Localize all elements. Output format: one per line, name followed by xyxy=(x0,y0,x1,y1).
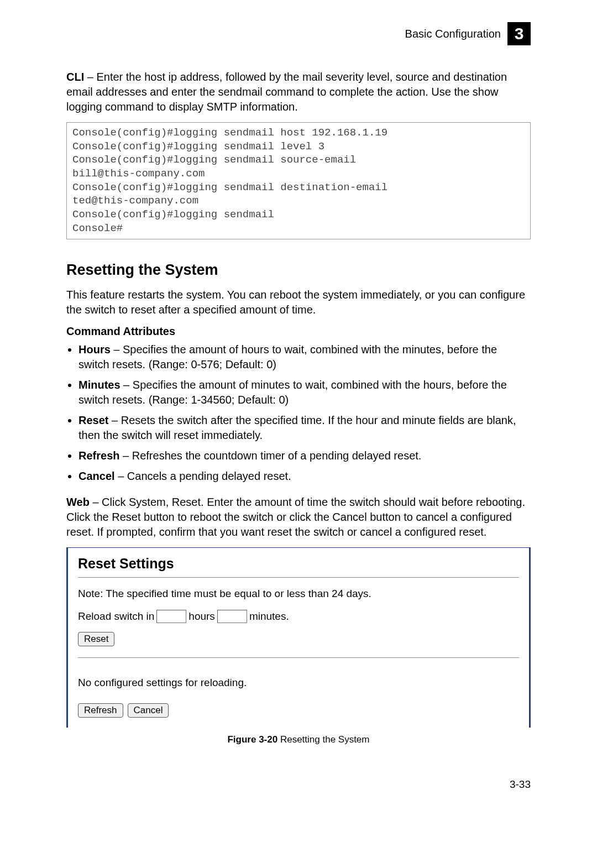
header-text: Basic Configuration xyxy=(405,28,501,40)
list-item: Minutes – Specifies the amount of minute… xyxy=(78,378,531,407)
hours-label: hours xyxy=(188,610,215,623)
page-header: Basic Configuration 3 xyxy=(66,22,531,45)
list-item: Reset – Resets the switch after the spec… xyxy=(78,413,531,443)
reset-button-row: Reset xyxy=(78,632,519,646)
figure-caption-text: Resetting the System xyxy=(277,734,369,745)
reload-line: Reload switch in hours minutes. xyxy=(78,610,519,623)
attr-text: – Resets the switch after the specified … xyxy=(78,414,516,441)
figure-caption-label: Figure 3-20 xyxy=(227,734,277,745)
panel-title: Reset Settings xyxy=(78,556,519,572)
figure-caption: Figure 3-20 Resetting the System xyxy=(66,734,531,745)
cli-intro-text: – Enter the host ip address, followed by… xyxy=(66,71,507,113)
chapter-number-badge: 3 xyxy=(507,22,531,45)
attr-term: Cancel xyxy=(78,470,115,482)
divider xyxy=(78,577,519,578)
attr-text: – Specifies the amount of hours to wait,… xyxy=(78,343,497,370)
section-title: Resetting the System xyxy=(66,262,531,279)
list-item: Hours – Specifies the amount of hours to… xyxy=(78,342,531,372)
refresh-button[interactable]: Refresh xyxy=(78,703,123,718)
cli-intro: CLI – Enter the host ip address, followe… xyxy=(66,70,531,114)
minutes-label: minutes. xyxy=(249,610,289,623)
attr-term: Minutes xyxy=(78,379,121,391)
cli-output-box: Console(config)#logging sendmail host 19… xyxy=(66,122,531,239)
minutes-input[interactable] xyxy=(217,610,247,623)
reset-settings-panel: Reset Settings Note: The specified time … xyxy=(66,547,531,728)
attr-term: Refresh xyxy=(78,449,119,462)
attr-text: – Refreshes the countdown timer of a pen… xyxy=(119,449,421,462)
attr-term: Hours xyxy=(78,343,111,355)
reset-button[interactable]: Reset xyxy=(78,632,114,646)
page-number: 3-33 xyxy=(66,778,531,791)
web-instructions: Web – Click System, Reset. Enter the amo… xyxy=(66,495,531,540)
cli-intro-lead: CLI xyxy=(66,71,84,83)
no-config-text: No configured settings for reloading. xyxy=(78,677,519,689)
command-attributes-heading: Command Attributes xyxy=(66,325,531,338)
refresh-cancel-row: Refresh Cancel xyxy=(78,703,519,718)
panel-note: Note: The specified time must be equal t… xyxy=(78,588,519,600)
web-lead: Web xyxy=(66,496,90,508)
section-desc: This feature restarts the system. You ca… xyxy=(66,287,531,317)
hours-input[interactable] xyxy=(156,610,186,623)
attr-text: – Specifies the amount of minutes to wai… xyxy=(78,379,507,406)
command-attributes-list: Hours – Specifies the amount of hours to… xyxy=(66,342,531,484)
page: Basic Configuration 3 CLI – Enter the ho… xyxy=(0,0,597,824)
divider xyxy=(78,657,519,658)
web-text: – Click System, Reset. Enter the amount … xyxy=(66,496,525,538)
list-item: Cancel – Cancels a pending delayed reset… xyxy=(78,469,531,484)
cancel-button[interactable]: Cancel xyxy=(128,703,169,718)
list-item: Refresh – Refreshes the countdown timer … xyxy=(78,448,531,463)
attr-term: Reset xyxy=(78,414,108,426)
attr-text: – Cancels a pending delayed reset. xyxy=(115,470,291,482)
reload-prefix: Reload switch in xyxy=(78,610,154,623)
